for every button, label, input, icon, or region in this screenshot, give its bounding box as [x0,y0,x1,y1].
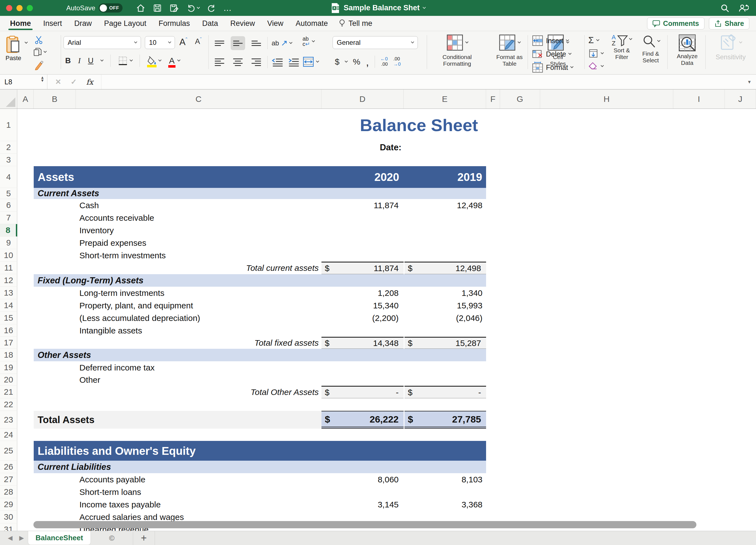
cell-title[interactable]: Balance Sheet [321,115,516,135]
column-header-I[interactable]: I [673,90,725,109]
section-band-26[interactable]: Current Liabilities [34,461,486,473]
column-header-C[interactable]: C [76,90,321,109]
row-header-12[interactable]: 12 [0,274,17,287]
bold-button[interactable]: B [65,56,71,65]
insert-function-icon[interactable]: fx [86,78,93,86]
cell-C10[interactable]: Short-term investments [79,251,166,260]
row-header-6[interactable]: 6 [0,199,17,212]
cell-E27[interactable]: 8,103 [404,475,482,484]
cell-C15[interactable]: (Less accumulated depreciation) [79,313,200,323]
number-format-select[interactable]: General [333,36,418,49]
grand-total-band[interactable]: Total Assets [34,411,321,429]
cancel-icon[interactable]: ✕ [55,78,61,86]
menu-tab-formulas[interactable]: Formulas [152,16,196,31]
cell-C7[interactable]: Accounts receivable [79,213,154,223]
analyze-data-button[interactable]: Analyze Data [672,34,703,66]
zoom-button[interactable] [27,5,33,11]
column-header-H[interactable]: H [540,90,673,109]
row-header-9[interactable]: 9 [0,237,17,249]
minimize-button[interactable] [16,5,23,11]
row-header-11[interactable]: 11 [0,262,17,274]
percent-format-button[interactable]: % [353,57,360,67]
save-as-icon[interactable] [169,3,179,13]
cell-E6[interactable]: 12,498 [404,201,482,210]
row-header-19[interactable]: 19 [0,361,17,374]
tab-scroll-left-icon[interactable]: ◀ [8,534,13,542]
format-as-table-button[interactable]: Format as Table [486,34,533,67]
add-sheet-button[interactable]: + [133,531,155,545]
cell-C13[interactable]: Long-term investments [79,288,164,298]
cell-E21[interactable]: $- [404,386,486,398]
align-bottom-button[interactable] [249,36,264,50]
sheet-tab-©[interactable]: © [91,531,133,545]
insert-cells-button[interactable]: Insert [532,35,569,46]
account-icon[interactable] [738,3,749,13]
merge-center-button[interactable] [303,56,319,67]
row-header-5[interactable]: 5 [0,188,17,199]
cut-button[interactable] [34,35,43,45]
cell-C27[interactable]: Accounts payable [79,475,145,484]
cell-E23[interactable]: $27,785 [404,411,486,429]
row-header-24[interactable]: 24 [0,429,17,441]
cell-D29[interactable]: 3,145 [321,500,399,509]
comma-format-button[interactable]: , [366,58,369,65]
sheet-tab-balancesheet[interactable]: BalanceSheet [28,531,91,545]
cell-D2[interactable]: Date: [321,143,404,153]
column-header-E[interactable]: E [404,90,486,109]
menu-tab-insert[interactable]: Insert [37,16,68,31]
wrap-text-button[interactable]: ab c↵ [303,36,314,47]
conditional-formatting-button[interactable]: Conditional Formatting [431,34,483,67]
align-top-button[interactable] [212,36,227,50]
align-left-button[interactable] [212,55,227,69]
undo-icon[interactable] [186,3,199,13]
cell-E17[interactable]: $15,287 [404,337,486,349]
share-button[interactable]: Share [709,18,749,30]
section-band-18[interactable]: Other Assets [34,349,486,361]
increase-decimal-button[interactable]: .00 →0 [393,57,401,67]
cell-E14[interactable]: 15,993 [404,301,482,310]
row-header-18[interactable]: 18 [0,349,17,361]
enter-icon[interactable]: ✓ [71,78,77,86]
cell-D15[interactable]: (2,200) [321,313,399,323]
cell-D21[interactable]: $- [321,386,404,398]
cell-D23[interactable]: $26,222 [321,411,404,429]
menu-tab-review[interactable]: Review [224,16,261,31]
clear-button[interactable] [588,62,603,71]
cell-C28[interactable]: Short-term loans [79,487,141,497]
column-header-D[interactable]: D [321,90,404,109]
row-header-26[interactable]: 26 [0,461,17,473]
currency-format-button[interactable]: $ [335,57,340,67]
menu-tab-automate[interactable]: Automate [289,16,334,31]
save-icon[interactable] [153,3,162,13]
menu-tab-page-layout[interactable]: Page Layout [98,16,153,31]
cell-C19[interactable]: Deferred income tax [79,363,155,372]
formula-bar-collapse-icon[interactable]: ▼ [747,80,752,85]
row-header-22[interactable]: 22 [0,398,17,411]
section-band-4[interactable]: Assets20202019 [34,166,486,188]
row-header-21[interactable]: 21 [0,386,17,398]
cell-E15[interactable]: (2,046) [404,313,482,323]
cell-C29[interactable]: Income taxes payable [79,500,161,509]
section-band-12[interactable]: Fixed (Long-Term) Assets [34,274,486,287]
borders-button[interactable] [118,56,132,66]
cell-C20[interactable]: Other [79,375,100,385]
column-header-J[interactable]: J [725,90,756,109]
cell-D11[interactable]: $11,874 [321,262,404,274]
menu-tab-draw[interactable]: Draw [68,16,98,31]
horizontal-scrollbar[interactable] [33,521,696,528]
cell-C16[interactable]: Intangible assets [79,326,142,335]
currency-chevron-icon[interactable] [345,60,348,63]
increase-font-button[interactable]: Aˆ [179,37,187,47]
font-name-select[interactable]: Arial [64,36,141,49]
row-header-13[interactable]: 13 [0,287,17,299]
cell-E13[interactable]: 1,340 [404,288,482,298]
row-header-25[interactable]: 25 [0,441,17,461]
formula-input[interactable]: ▼ [101,75,756,89]
autosave-toggle[interactable]: OFF [99,3,123,13]
menu-tab-view[interactable]: View [261,16,289,31]
row-header-1[interactable]: 1 [0,109,17,141]
orientation-button[interactable]: ab [272,39,292,47]
section-band-25[interactable]: Liabilities and Owner's Equity [34,441,486,461]
row-header-17[interactable]: 17 [0,337,17,349]
cell-C11[interactable]: Total current assets [76,263,319,273]
